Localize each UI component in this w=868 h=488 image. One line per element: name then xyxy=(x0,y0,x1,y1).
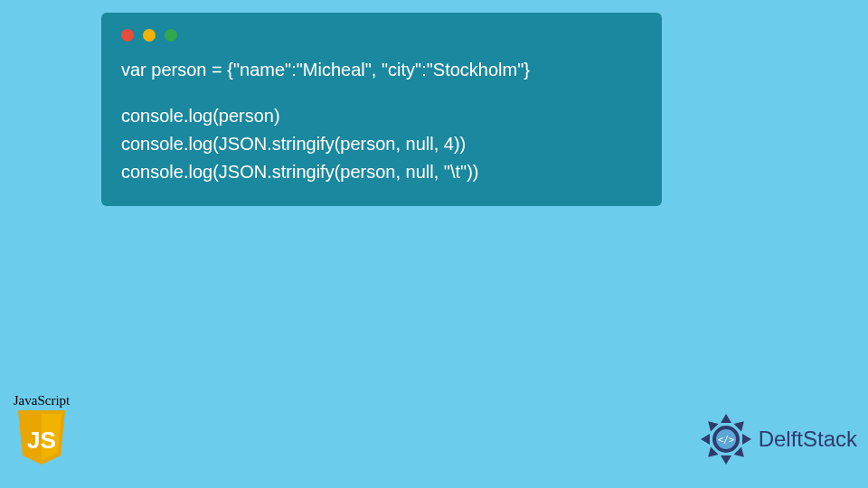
shield-text: JS xyxy=(27,427,56,454)
javascript-badge: JavaScript JS xyxy=(5,393,78,470)
delftstack-logo: </> DelftStack xyxy=(699,412,857,466)
svg-marker-2 xyxy=(701,434,710,445)
code-line: console.log(JSON.stringify(person, null,… xyxy=(121,158,642,186)
close-icon xyxy=(121,29,134,42)
javascript-shield-icon: JS xyxy=(14,408,69,466)
minimize-icon xyxy=(143,29,156,42)
svg-marker-3 xyxy=(742,434,751,445)
code-line: console.log(JSON.stringify(person, null,… xyxy=(121,130,642,158)
code-line: var person = {"name":"Micheal", "city":"… xyxy=(121,56,642,84)
code-content: var person = {"name":"Micheal", "city":"… xyxy=(121,56,642,186)
brand-name: DelftStack xyxy=(759,427,857,452)
maximize-icon xyxy=(165,29,177,42)
window-traffic-lights xyxy=(121,29,642,42)
svg-marker-0 xyxy=(721,414,731,423)
svg-marker-6 xyxy=(704,418,719,432)
svg-marker-4 xyxy=(733,418,748,432)
svg-marker-5 xyxy=(704,446,719,461)
svg-text:</>: </> xyxy=(718,435,734,445)
code-line: console.log(person) xyxy=(121,102,642,130)
javascript-label: JavaScript xyxy=(5,393,78,408)
delftstack-emblem-icon: </> xyxy=(699,412,753,466)
svg-marker-1 xyxy=(721,455,731,465)
svg-marker-7 xyxy=(733,446,748,461)
code-block: var person = {"name":"Micheal", "city":"… xyxy=(101,13,662,206)
